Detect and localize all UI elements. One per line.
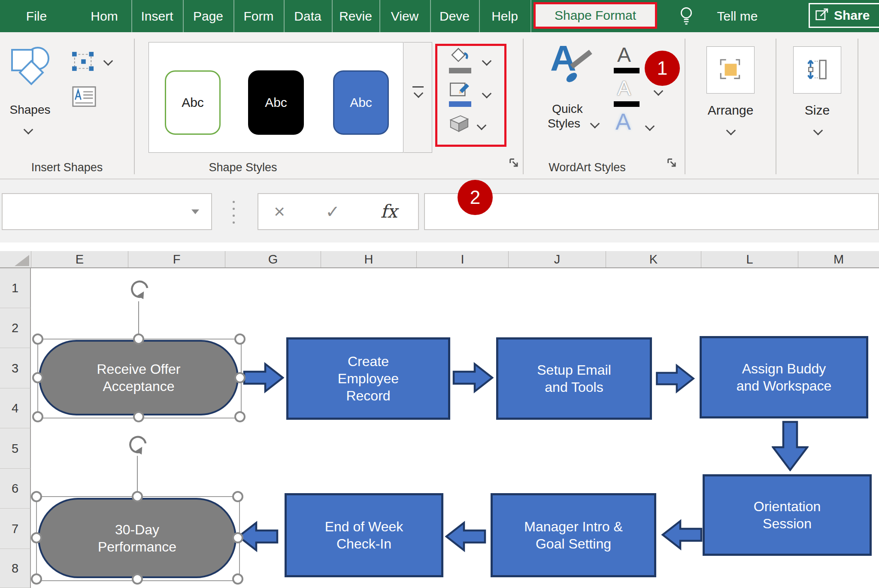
column-header-H[interactable]: H (321, 251, 416, 267)
flowchart-node-orientation-session[interactable]: Orientation Session (703, 474, 872, 556)
text-effects-icon[interactable]: A (615, 108, 631, 135)
selection-handle[interactable] (232, 573, 243, 585)
column-header-G[interactable]: G (225, 251, 321, 267)
column-header-J[interactable]: J (508, 251, 606, 267)
formula-bar-drag-dots[interactable] (233, 215, 235, 217)
insert-function-icon[interactable]: fx (372, 193, 406, 230)
connector-arrow-left-2[interactable] (445, 520, 487, 555)
text-outline-icon[interactable]: A (617, 76, 631, 100)
enter-check-icon[interactable]: ✓ (318, 193, 348, 230)
edit-shape-icon[interactable] (71, 51, 96, 74)
row-header-7[interactable]: 7 (0, 509, 31, 549)
annotation-box-shape-style-buttons (435, 44, 506, 147)
selection-handle[interactable] (31, 573, 42, 585)
dialog-launcher-wordart[interactable] (666, 157, 678, 169)
size-button[interactable] (793, 46, 841, 94)
tab-view[interactable]: View (380, 0, 429, 32)
selection-handle[interactable] (31, 532, 42, 543)
tab-insert[interactable]: Insert (132, 0, 182, 32)
shapes-button[interactable]: Shapes (3, 103, 57, 117)
lightbulb-icon[interactable] (678, 6, 694, 29)
group-separator (134, 39, 135, 174)
flowchart-node-end-of-week-check-in[interactable]: End of Week Check-In (285, 493, 443, 577)
dialog-launcher-shape-styles[interactable] (508, 157, 520, 169)
rotation-handle[interactable] (126, 432, 149, 457)
tab-page-layout[interactable]: Page (184, 0, 233, 32)
column-header-I[interactable]: I (416, 251, 508, 267)
selection-handle[interactable] (133, 411, 144, 422)
flowchart-node-create-employee-record[interactable]: Create Employee Record (286, 337, 450, 420)
row-header-1[interactable]: 1 (0, 268, 31, 308)
flowchart-node-manager-intro-goal-setting[interactable]: Manager Intro & Goal Setting (491, 493, 656, 577)
selection-handle[interactable] (234, 333, 246, 345)
connector-arrow-right-3[interactable] (654, 363, 696, 396)
node-text-line: Orientation (754, 498, 821, 515)
column-header-M[interactable]: M (798, 251, 879, 267)
tab-shape-format-active[interactable]: Shape Format (533, 2, 657, 29)
connector-arrow-right-1[interactable] (243, 361, 284, 396)
shape-style-swatch-green-outline[interactable]: Abc (165, 70, 221, 135)
formula-bar-drag-dots[interactable] (233, 221, 235, 224)
arrange-label[interactable]: Arrange (703, 103, 758, 118)
quick-styles-button-line2[interactable]: Styles (538, 117, 590, 130)
selection-handle[interactable] (132, 573, 143, 585)
gallery-more-button[interactable] (404, 42, 432, 153)
name-box-dropdown-icon[interactable] (191, 209, 199, 214)
selection-handle[interactable] (232, 532, 243, 543)
selection-handle[interactable] (32, 372, 43, 383)
selection-handle[interactable] (32, 411, 43, 422)
selection-handle[interactable] (232, 491, 243, 502)
row-header-5[interactable]: 5 (0, 428, 31, 469)
group-separator (776, 39, 776, 174)
tab-data[interactable]: Data (285, 0, 331, 32)
group-separator (858, 39, 858, 174)
connector-arrow-left-1[interactable] (661, 518, 703, 553)
flowchart-node-assign-buddy-workspace[interactable]: Assign Buddy and Workspace (700, 336, 868, 418)
tell-me-button[interactable]: Tell me (707, 0, 767, 32)
tab-formulas[interactable]: Form (234, 0, 283, 32)
connector-arrow-right-2[interactable] (452, 361, 494, 396)
selection-handle[interactable] (31, 491, 42, 502)
selection-handle[interactable] (133, 333, 144, 345)
selection-bounding-box (36, 496, 240, 581)
row-header-8[interactable]: 8 (0, 549, 31, 588)
column-header-L[interactable]: L (701, 251, 798, 267)
row-header-6[interactable]: 6 (0, 469, 31, 509)
size-label[interactable]: Size (793, 103, 841, 118)
node-text-line: Assign Buddy (742, 360, 826, 377)
text-fill-icon[interactable]: A (617, 43, 631, 67)
selection-handle[interactable] (32, 333, 43, 345)
rotation-handle[interactable] (127, 276, 151, 301)
flowchart-node-setup-email-and-tools[interactable]: Setup Email and Tools (496, 337, 652, 420)
formula-bar-drag-dots[interactable] (233, 201, 235, 203)
selection-handle[interactable] (234, 411, 246, 422)
row-header-3[interactable]: 3 (0, 348, 31, 388)
column-header-E[interactable]: E (31, 251, 128, 267)
column-header-F[interactable]: F (128, 251, 225, 267)
column-header-K[interactable]: K (606, 251, 701, 267)
menu-separator (332, 0, 333, 32)
tab-file[interactable]: File (13, 0, 60, 32)
connector-arrow-down[interactable] (772, 421, 809, 473)
tab-home[interactable]: Hom (78, 0, 130, 32)
select-all-corner[interactable] (15, 255, 29, 266)
rotation-handle-line (137, 456, 138, 497)
tab-help[interactable]: Help (480, 0, 530, 32)
tab-review[interactable]: Revie (333, 0, 379, 32)
selection-handle[interactable] (234, 372, 246, 383)
shape-style-swatch-black[interactable]: Abc (248, 70, 304, 135)
selection-handle[interactable] (132, 491, 143, 502)
menu-separator (430, 0, 431, 32)
formula-bar-drag-dots[interactable] (233, 208, 235, 210)
share-button[interactable]: Share (809, 3, 879, 28)
cancel-icon[interactable]: × (264, 193, 294, 230)
text-box-icon[interactable] (72, 86, 96, 109)
name-box-input[interactable] (2, 193, 212, 230)
row-header-2[interactable]: 2 (0, 308, 31, 348)
node-text-line: Manager Intro & (524, 518, 622, 535)
row-header-4[interactable]: 4 (0, 388, 31, 428)
tab-developer[interactable]: Deve (431, 0, 478, 32)
shape-style-swatch-blue[interactable]: Abc (333, 70, 389, 135)
quick-styles-button[interactable]: Quick (542, 102, 593, 116)
arrange-button[interactable] (706, 46, 755, 94)
